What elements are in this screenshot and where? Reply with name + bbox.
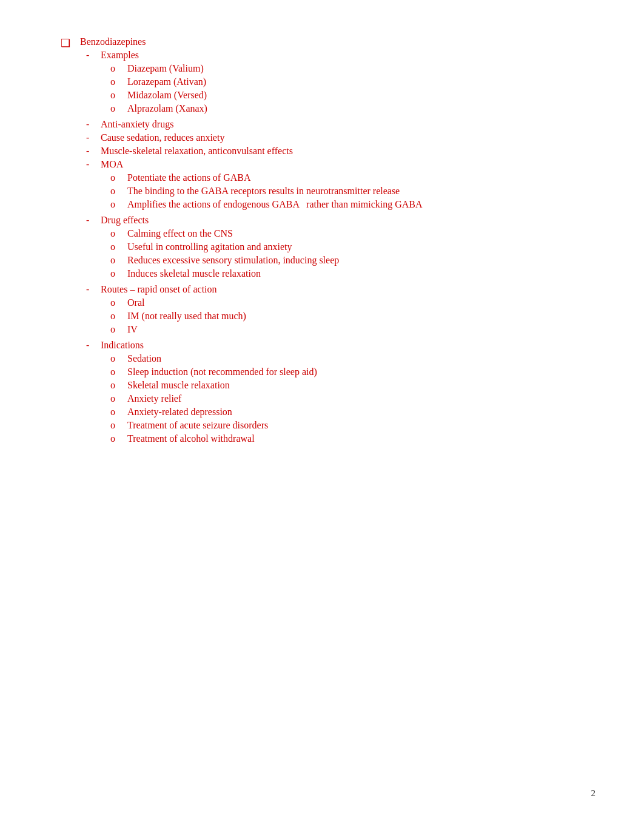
main-heading: Benzodiazepines xyxy=(80,36,146,47)
page-container: ❑ Benzodiazepines - Examples o Diazepam … xyxy=(49,36,595,799)
circle-icon: o xyxy=(110,324,121,335)
circle-icon: o xyxy=(110,186,121,197)
section-muscle-content: Muscle-skeletal relaxation, anticonvulsa… xyxy=(101,146,595,157)
circle-icon: o xyxy=(110,172,121,183)
list-item: o Amplifies the actions of endogenous GA… xyxy=(101,199,595,210)
page-number: 2 xyxy=(591,788,596,799)
circle-icon: o xyxy=(110,199,121,210)
list-item: o Sleep induction (not recommended for s… xyxy=(101,367,595,377)
list-item: o The binding to the GABA receptors resu… xyxy=(101,186,595,197)
list-item: o Skeletal muscle relaxation xyxy=(101,380,595,391)
section-anti-anxiety-content: Anti-anxiety drugs xyxy=(101,119,595,130)
section-muscle: - Muscle-skeletal relaxation, anticonvul… xyxy=(80,146,595,157)
item-amplifies: Amplifies the actions of endogenous GABA… xyxy=(127,199,595,210)
section-examples-content: Examples o Diazepam (Valium) o Lorazepam… xyxy=(101,50,595,117)
section-indications-content: Indications o Sedation o Sleep induction… xyxy=(101,340,595,447)
section-drug-effects-content: Drug effects o Calming effect on the CNS… xyxy=(101,215,595,282)
dash-icon-drug: - xyxy=(86,215,95,226)
section-sedation-content: Cause sedation, reduces anxiety xyxy=(101,132,595,143)
circle-icon: o xyxy=(110,268,121,279)
dash-icon-indications: - xyxy=(86,340,95,351)
circle-icon: o xyxy=(110,76,121,87)
item-binding: The binding to the GABA receptors result… xyxy=(127,186,595,197)
list-item: o Alprazolam (Xanax) xyxy=(101,103,595,114)
list-item: o IM (not really used that much) xyxy=(101,311,595,322)
list-item: o Midazolam (Versed) xyxy=(101,90,595,101)
dash-icon: - xyxy=(86,119,95,130)
item-potentiate: Potentiate the actions of GABA xyxy=(127,172,595,183)
main-bullet-icon: ❑ xyxy=(61,36,73,50)
item-sleep-induction: Sleep induction (not recommended for sle… xyxy=(127,367,595,377)
routes-list: o Oral o IM (not really used that much) … xyxy=(101,297,595,335)
main-list: ❑ Benzodiazepines - Examples o Diazepam … xyxy=(49,36,595,449)
section-list: - Examples o Diazepam (Valium) o Lo xyxy=(80,50,595,447)
indications-list: o Sedation o Sleep induction (not recomm… xyxy=(101,353,595,444)
item-im: IM (not really used that much) xyxy=(127,311,595,322)
item-anxiety-relief: Anxiety relief xyxy=(127,393,595,404)
item-calming: Calming effect on the CNS xyxy=(127,228,595,239)
section-sedation: - Cause sedation, reduces anxiety xyxy=(80,132,595,143)
section-anti-anxiety: - Anti-anxiety drugs xyxy=(80,119,595,130)
dash-icon: - xyxy=(86,132,95,143)
drug-effects-list: o Calming effect on the CNS o Useful in … xyxy=(101,228,595,279)
dash-icon-examples: - xyxy=(86,50,95,61)
circle-icon: o xyxy=(110,380,121,391)
list-item: o Lorazepam (Ativan) xyxy=(101,76,595,87)
list-item: o Anxiety relief xyxy=(101,393,595,404)
circle-icon: o xyxy=(110,255,121,266)
sedation-label: Cause sedation, reduces anxiety xyxy=(101,132,224,143)
circle-icon: o xyxy=(110,420,121,431)
main-content: Benzodiazepines - Examples o Diazepam (V… xyxy=(80,36,595,449)
circle-icon: o xyxy=(110,242,121,252)
section-examples-label: Examples xyxy=(101,50,139,60)
list-item: o Treatment of alcohol withdrawal xyxy=(101,433,595,444)
circle-icon: o xyxy=(110,228,121,239)
list-item: o Diazepam (Valium) xyxy=(101,63,595,74)
circle-icon: o xyxy=(110,297,121,308)
section-drug-effects: - Drug effects o Calming effect on the C… xyxy=(80,215,595,282)
circle-icon: o xyxy=(110,407,121,418)
list-item: o Reduces excessive sensory stimulation,… xyxy=(101,255,595,266)
moa-label: MOA xyxy=(101,159,123,169)
examples-list: o Diazepam (Valium) o Lorazepam (Ativan)… xyxy=(101,63,595,114)
section-routes-content: Routes – rapid onset of action o Oral o … xyxy=(101,284,595,337)
item-midazolam: Midazolam (Versed) xyxy=(127,90,595,101)
circle-icon: o xyxy=(110,433,121,444)
item-oral: Oral xyxy=(127,297,595,308)
item-induces-skeletal: Induces skeletal muscle relaxation xyxy=(127,268,595,279)
item-lorazepam: Lorazepam (Ativan) xyxy=(127,76,595,87)
list-item: o Induces skeletal muscle relaxation xyxy=(101,268,595,279)
list-item: o Oral xyxy=(101,297,595,308)
list-item: o Useful in controlling agitation and an… xyxy=(101,242,595,252)
muscle-label: Muscle-skeletal relaxation, anticonvulsa… xyxy=(101,146,293,156)
item-iv: IV xyxy=(127,324,595,335)
item-anxiety-depression: Anxiety-related depression xyxy=(127,407,595,418)
circle-icon: o xyxy=(110,353,121,364)
circle-icon: o xyxy=(110,90,121,101)
item-alprazolam: Alprazolam (Xanax) xyxy=(127,103,595,114)
list-item: o Potentiate the actions of GABA xyxy=(101,172,595,183)
dash-icon-moa: - xyxy=(86,159,95,170)
list-item: o Calming effect on the CNS xyxy=(101,228,595,239)
section-moa: - MOA o Potentiate the actions of GABA o xyxy=(80,159,595,212)
item-seizure: Treatment of acute seizure disorders xyxy=(127,420,595,431)
item-skeletal-muscle: Skeletal muscle relaxation xyxy=(127,380,595,391)
section-examples: - Examples o Diazepam (Valium) o Lo xyxy=(80,50,595,117)
main-list-item: ❑ Benzodiazepines - Examples o Diazepam … xyxy=(61,36,595,449)
circle-icon: o xyxy=(110,311,121,322)
moa-list: o Potentiate the actions of GABA o The b… xyxy=(101,172,595,210)
list-item: o Treatment of acute seizure disorders xyxy=(101,420,595,431)
routes-label: Routes – rapid onset of action xyxy=(101,284,217,294)
circle-icon: o xyxy=(110,103,121,114)
circle-icon: o xyxy=(110,393,121,404)
item-sedation: Sedation xyxy=(127,353,595,364)
list-item: o IV xyxy=(101,324,595,335)
section-routes: - Routes – rapid onset of action o Oral … xyxy=(80,284,595,337)
item-reduces-sensory: Reduces excessive sensory stimulation, i… xyxy=(127,255,595,266)
circle-icon: o xyxy=(110,367,121,377)
list-item: o Anxiety-related depression xyxy=(101,407,595,418)
item-alcohol-withdrawal: Treatment of alcohol withdrawal xyxy=(127,433,595,444)
anti-anxiety-label: Anti-anxiety drugs xyxy=(101,119,173,129)
dash-icon-routes: - xyxy=(86,284,95,295)
section-indications: - Indications o Sedation o Sleep in xyxy=(80,340,595,447)
